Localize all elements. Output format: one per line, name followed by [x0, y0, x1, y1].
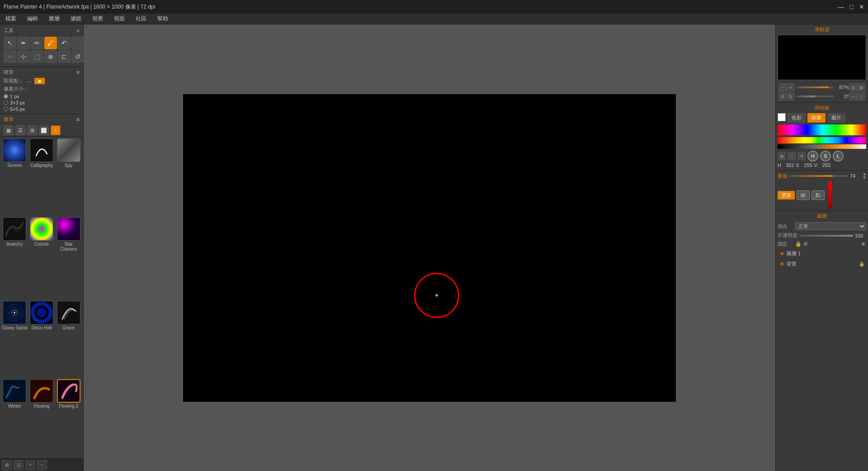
eye-all-icon[interactable]: 👁 [861, 241, 866, 247]
close-button[interactable]: ✕ [859, 3, 864, 10]
color-controls: ⊞ ↔ ↺ H S L [778, 151, 866, 162]
tool-move[interactable]: ↖ [4, 37, 16, 49]
layers-section: 圖層 混合 正常 正片疊底 濾色 疊加 不透明度 100 調定 🔒 ⚙ [776, 211, 868, 471]
menu-file[interactable]: 檔案 [4, 14, 18, 24]
brush-add-btn[interactable]: + [51, 125, 61, 135]
sampling-button[interactable]: ■ [34, 78, 45, 84]
radio-3px-label: 3×3 px [10, 100, 25, 105]
maximize-button[interactable]: □ [850, 3, 854, 10]
layer-bg-eye[interactable]: 👁 [779, 261, 785, 267]
dot-btn[interactable]: 點 [811, 190, 825, 200]
menu-filter[interactable]: 濾鏡 [69, 14, 83, 24]
brush-small-btn[interactable]: ⊞ [27, 125, 37, 135]
lock-icon[interactable]: 🔒 [795, 241, 802, 247]
flip-h-btn[interactable]: ↔ [849, 92, 857, 100]
stroke-down-btn[interactable]: ▼ [863, 176, 866, 180]
layer-item-1[interactable]: 👁 圖層 1 [778, 249, 866, 258]
color-spectrum-bar[interactable] [778, 137, 866, 143]
menu-view1[interactable]: 視覺 [90, 14, 105, 24]
tool-marquee[interactable]: ⬚ [31, 50, 43, 63]
tool-redo-arrow[interactable] [71, 37, 84, 49]
bottom-btn-3[interactable]: + [25, 460, 35, 470]
brush-item-grace[interactable]: Grace [56, 301, 81, 378]
bottom-btn-1[interactable]: ⊞ [2, 460, 12, 470]
brush-item-colorib[interactable]: Colorib [29, 217, 55, 300]
flip-v-btn[interactable]: ↕ [857, 92, 865, 100]
tool-select-dots[interactable]: ⁘ [4, 50, 16, 63]
pixel-1px[interactable]: 1 px [4, 94, 80, 99]
minimize-button[interactable]: — [838, 3, 844, 10]
rotate-slider[interactable] [797, 95, 834, 97]
paint-btn[interactable]: 塗抹 [778, 191, 795, 200]
tool-brush-pencil[interactable]: ✏ [31, 37, 43, 49]
svg-point-3 [14, 312, 15, 314]
navigator-preview [778, 35, 866, 80]
bottom-btn-2[interactable]: ◫ [14, 460, 24, 470]
pixel-size-row: 像素大小： [4, 86, 80, 92]
brush-expand-btn[interactable]: ⬜ [39, 125, 49, 135]
v-label: V [814, 162, 821, 168]
menu-help[interactable]: 幫助 [156, 14, 170, 24]
hue-btn[interactable]: H [807, 151, 818, 162]
brush-item-discohall[interactable]: Disco Hall [29, 301, 55, 378]
color-grid-btn[interactable]: ⊞ [778, 152, 786, 160]
color-swatch-white[interactable] [778, 113, 786, 121]
zoom-in-btn[interactable]: + [787, 83, 795, 91]
color-refresh-btn[interactable]: ↺ [797, 152, 806, 160]
tool-flame[interactable]: 🖊 [44, 37, 57, 49]
tab-image[interactable]: 圖片 [827, 113, 845, 123]
val-btn[interactable]: L [833, 151, 844, 162]
blend-mode-select[interactable]: 正常 正片疊底 濾色 疊加 [795, 222, 866, 230]
tool-transform[interactable]: ⊹ [17, 50, 30, 63]
brush-item-spy[interactable]: Spy [56, 138, 81, 216]
fit-btn[interactable]: ⊡ [849, 83, 857, 91]
stroke-value: 74 [850, 173, 859, 179]
menu-view2[interactable]: 視面 [112, 14, 127, 24]
layer-item-background[interactable]: 👁 背景 🔒 [778, 259, 866, 269]
tool-rotate[interactable]: ↺ [71, 50, 84, 63]
bottom-btn-4[interactable]: − [37, 460, 47, 470]
adjust-icon[interactable]: ⚙ [803, 241, 808, 247]
brush-item-calligraphy[interactable]: Calligraphy [29, 138, 55, 216]
navigator-controls: − + 87% ⊡ ⊞ [778, 83, 866, 91]
tool-pen[interactable]: ✒ [17, 37, 30, 49]
right-panel: 導航器 − + 87% ⊡ ⊞ ↺ ↻ 0° ↔ ↕ 調色板 [775, 24, 868, 471]
brush-item-winter[interactable]: Winter [2, 379, 28, 457]
rotate-cw-btn[interactable]: ↻ [787, 92, 795, 100]
brush-name-winter: Winter [8, 404, 21, 409]
tool-crop[interactable]: ⊏ [58, 50, 71, 63]
brush-item-glowspiral[interactable]: Glowy Spiral [2, 301, 28, 378]
sat-btn[interactable]: S [820, 151, 831, 162]
line-btn[interactable]: 線 [797, 190, 810, 200]
color-arrow-btn[interactable]: ↔ [788, 152, 796, 160]
brush-item-serene[interactable]: Serene [2, 138, 28, 216]
tool-lasso[interactable]: ⊗ [44, 50, 57, 63]
zoom-slider[interactable] [797, 86, 834, 88]
opacity-slider[interactable] [799, 235, 853, 237]
rotate-value: 0° [835, 94, 849, 99]
pixel-3px[interactable]: 3×3 px [4, 100, 80, 105]
menu-layers[interactable]: 圖層 [47, 14, 61, 24]
layer-1-eye[interactable]: 👁 [779, 251, 785, 257]
rotate-ccw-btn[interactable]: ↺ [778, 92, 787, 100]
brush-item-starchasers[interactable]: Star Chasers [56, 217, 81, 300]
brush-item-anarchy[interactable]: Anarchy [2, 217, 28, 300]
menu-community[interactable]: 社區 [134, 14, 148, 24]
canvas[interactable]: + [183, 94, 676, 402]
color-tint-bar[interactable] [778, 144, 866, 149]
color-gradient-bar[interactable] [778, 124, 866, 135]
brush-grid-btn[interactable]: ▦ [4, 125, 14, 135]
tab-brush[interactable]: 刷筆 [807, 113, 826, 123]
brush-item-flowing2[interactable]: Flowing 2 [56, 379, 81, 457]
stroke-slider[interactable] [789, 175, 848, 177]
brush-item-flowing[interactable]: Flowing [29, 379, 55, 457]
full-btn[interactable]: ⊞ [857, 83, 865, 91]
menu-edit[interactable]: 編輯 [25, 14, 40, 24]
canvas-area[interactable]: + [84, 24, 775, 471]
brush-list-btn[interactable]: ☰ [15, 125, 25, 135]
pixel-5px[interactable]: 5×5 px [4, 106, 80, 112]
tab-color[interactable]: 色彩 [788, 113, 806, 123]
zoom-out-btn[interactable]: − [778, 83, 787, 91]
color-section: 調色板 色彩 刷筆 圖片 ⊞ ↔ ↺ H S L H 352 S [776, 103, 868, 171]
tool-undo[interactable]: ↶ [58, 37, 71, 49]
